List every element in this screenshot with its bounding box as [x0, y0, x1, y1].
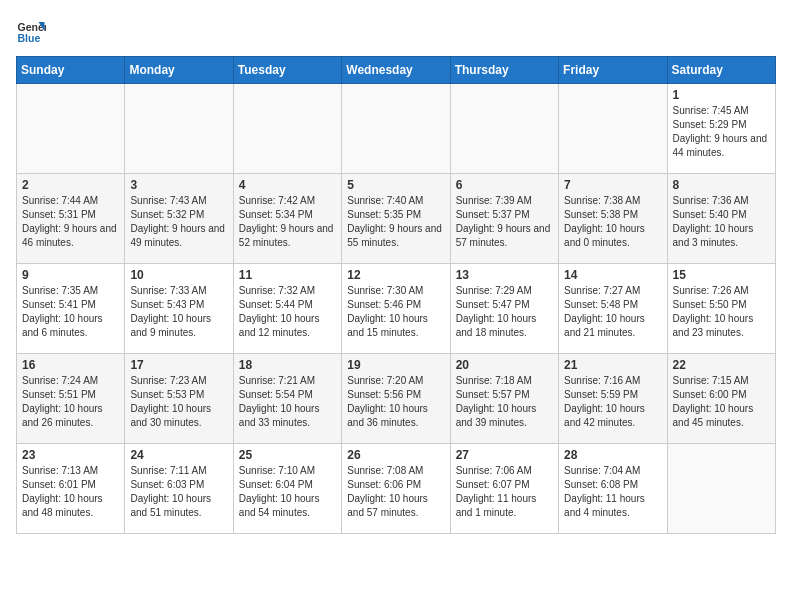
day-cell: 9Sunrise: 7:35 AM Sunset: 5:41 PM Daylig…: [17, 264, 125, 354]
day-number: 20: [456, 358, 553, 372]
header: General Blue: [16, 16, 776, 46]
day-info: Sunrise: 7:10 AM Sunset: 6:04 PM Dayligh…: [239, 464, 336, 520]
header-sunday: Sunday: [17, 57, 125, 84]
day-cell: 1Sunrise: 7:45 AM Sunset: 5:29 PM Daylig…: [667, 84, 775, 174]
day-number: 18: [239, 358, 336, 372]
day-cell: [559, 84, 667, 174]
day-cell: 27Sunrise: 7:06 AM Sunset: 6:07 PM Dayli…: [450, 444, 558, 534]
day-number: 11: [239, 268, 336, 282]
day-cell: 2Sunrise: 7:44 AM Sunset: 5:31 PM Daylig…: [17, 174, 125, 264]
day-cell: [233, 84, 341, 174]
day-cell: 18Sunrise: 7:21 AM Sunset: 5:54 PM Dayli…: [233, 354, 341, 444]
day-cell: 17Sunrise: 7:23 AM Sunset: 5:53 PM Dayli…: [125, 354, 233, 444]
day-number: 24: [130, 448, 227, 462]
day-info: Sunrise: 7:30 AM Sunset: 5:46 PM Dayligh…: [347, 284, 444, 340]
day-number: 16: [22, 358, 119, 372]
day-info: Sunrise: 7:29 AM Sunset: 5:47 PM Dayligh…: [456, 284, 553, 340]
day-info: Sunrise: 7:06 AM Sunset: 6:07 PM Dayligh…: [456, 464, 553, 520]
day-cell: 5Sunrise: 7:40 AM Sunset: 5:35 PM Daylig…: [342, 174, 450, 264]
day-number: 19: [347, 358, 444, 372]
day-cell: 21Sunrise: 7:16 AM Sunset: 5:59 PM Dayli…: [559, 354, 667, 444]
day-number: 8: [673, 178, 770, 192]
day-cell: 11Sunrise: 7:32 AM Sunset: 5:44 PM Dayli…: [233, 264, 341, 354]
day-info: Sunrise: 7:18 AM Sunset: 5:57 PM Dayligh…: [456, 374, 553, 430]
day-info: Sunrise: 7:45 AM Sunset: 5:29 PM Dayligh…: [673, 104, 770, 160]
day-cell: 28Sunrise: 7:04 AM Sunset: 6:08 PM Dayli…: [559, 444, 667, 534]
day-number: 23: [22, 448, 119, 462]
logo: General Blue: [16, 16, 50, 46]
day-cell: 6Sunrise: 7:39 AM Sunset: 5:37 PM Daylig…: [450, 174, 558, 264]
day-number: 12: [347, 268, 444, 282]
day-info: Sunrise: 7:21 AM Sunset: 5:54 PM Dayligh…: [239, 374, 336, 430]
day-cell: [125, 84, 233, 174]
header-row: SundayMondayTuesdayWednesdayThursdayFrid…: [17, 57, 776, 84]
week-row-4: 23Sunrise: 7:13 AM Sunset: 6:01 PM Dayli…: [17, 444, 776, 534]
day-number: 2: [22, 178, 119, 192]
day-number: 21: [564, 358, 661, 372]
header-wednesday: Wednesday: [342, 57, 450, 84]
week-row-3: 16Sunrise: 7:24 AM Sunset: 5:51 PM Dayli…: [17, 354, 776, 444]
day-number: 10: [130, 268, 227, 282]
day-info: Sunrise: 7:42 AM Sunset: 5:34 PM Dayligh…: [239, 194, 336, 250]
header-tuesday: Tuesday: [233, 57, 341, 84]
day-cell: 26Sunrise: 7:08 AM Sunset: 6:06 PM Dayli…: [342, 444, 450, 534]
day-info: Sunrise: 7:26 AM Sunset: 5:50 PM Dayligh…: [673, 284, 770, 340]
svg-text:Blue: Blue: [18, 32, 41, 44]
day-cell: [450, 84, 558, 174]
day-cell: [17, 84, 125, 174]
header-monday: Monday: [125, 57, 233, 84]
header-thursday: Thursday: [450, 57, 558, 84]
day-info: Sunrise: 7:32 AM Sunset: 5:44 PM Dayligh…: [239, 284, 336, 340]
day-info: Sunrise: 7:39 AM Sunset: 5:37 PM Dayligh…: [456, 194, 553, 250]
day-cell: 15Sunrise: 7:26 AM Sunset: 5:50 PM Dayli…: [667, 264, 775, 354]
day-info: Sunrise: 7:11 AM Sunset: 6:03 PM Dayligh…: [130, 464, 227, 520]
day-number: 5: [347, 178, 444, 192]
day-number: 6: [456, 178, 553, 192]
day-cell: 22Sunrise: 7:15 AM Sunset: 6:00 PM Dayli…: [667, 354, 775, 444]
day-info: Sunrise: 7:04 AM Sunset: 6:08 PM Dayligh…: [564, 464, 661, 520]
day-info: Sunrise: 7:27 AM Sunset: 5:48 PM Dayligh…: [564, 284, 661, 340]
day-number: 17: [130, 358, 227, 372]
day-number: 4: [239, 178, 336, 192]
day-info: Sunrise: 7:33 AM Sunset: 5:43 PM Dayligh…: [130, 284, 227, 340]
day-number: 25: [239, 448, 336, 462]
day-number: 22: [673, 358, 770, 372]
day-info: Sunrise: 7:08 AM Sunset: 6:06 PM Dayligh…: [347, 464, 444, 520]
day-cell: 16Sunrise: 7:24 AM Sunset: 5:51 PM Dayli…: [17, 354, 125, 444]
week-row-2: 9Sunrise: 7:35 AM Sunset: 5:41 PM Daylig…: [17, 264, 776, 354]
day-info: Sunrise: 7:13 AM Sunset: 6:01 PM Dayligh…: [22, 464, 119, 520]
day-cell: 12Sunrise: 7:30 AM Sunset: 5:46 PM Dayli…: [342, 264, 450, 354]
day-info: Sunrise: 7:20 AM Sunset: 5:56 PM Dayligh…: [347, 374, 444, 430]
week-row-0: 1Sunrise: 7:45 AM Sunset: 5:29 PM Daylig…: [17, 84, 776, 174]
day-number: 27: [456, 448, 553, 462]
day-info: Sunrise: 7:44 AM Sunset: 5:31 PM Dayligh…: [22, 194, 119, 250]
header-friday: Friday: [559, 57, 667, 84]
day-info: Sunrise: 7:23 AM Sunset: 5:53 PM Dayligh…: [130, 374, 227, 430]
day-cell: 4Sunrise: 7:42 AM Sunset: 5:34 PM Daylig…: [233, 174, 341, 264]
day-info: Sunrise: 7:36 AM Sunset: 5:40 PM Dayligh…: [673, 194, 770, 250]
day-cell: 24Sunrise: 7:11 AM Sunset: 6:03 PM Dayli…: [125, 444, 233, 534]
day-number: 1: [673, 88, 770, 102]
day-cell: [667, 444, 775, 534]
day-info: Sunrise: 7:24 AM Sunset: 5:51 PM Dayligh…: [22, 374, 119, 430]
day-cell: 14Sunrise: 7:27 AM Sunset: 5:48 PM Dayli…: [559, 264, 667, 354]
day-number: 15: [673, 268, 770, 282]
week-row-1: 2Sunrise: 7:44 AM Sunset: 5:31 PM Daylig…: [17, 174, 776, 264]
day-cell: 19Sunrise: 7:20 AM Sunset: 5:56 PM Dayli…: [342, 354, 450, 444]
day-cell: 10Sunrise: 7:33 AM Sunset: 5:43 PM Dayli…: [125, 264, 233, 354]
day-cell: 23Sunrise: 7:13 AM Sunset: 6:01 PM Dayli…: [17, 444, 125, 534]
day-cell: 3Sunrise: 7:43 AM Sunset: 5:32 PM Daylig…: [125, 174, 233, 264]
day-cell: 8Sunrise: 7:36 AM Sunset: 5:40 PM Daylig…: [667, 174, 775, 264]
header-saturday: Saturday: [667, 57, 775, 84]
day-number: 9: [22, 268, 119, 282]
day-info: Sunrise: 7:40 AM Sunset: 5:35 PM Dayligh…: [347, 194, 444, 250]
day-number: 7: [564, 178, 661, 192]
day-number: 14: [564, 268, 661, 282]
calendar-table: SundayMondayTuesdayWednesdayThursdayFrid…: [16, 56, 776, 534]
day-info: Sunrise: 7:43 AM Sunset: 5:32 PM Dayligh…: [130, 194, 227, 250]
day-info: Sunrise: 7:15 AM Sunset: 6:00 PM Dayligh…: [673, 374, 770, 430]
day-number: 26: [347, 448, 444, 462]
day-cell: 13Sunrise: 7:29 AM Sunset: 5:47 PM Dayli…: [450, 264, 558, 354]
day-info: Sunrise: 7:16 AM Sunset: 5:59 PM Dayligh…: [564, 374, 661, 430]
day-number: 28: [564, 448, 661, 462]
